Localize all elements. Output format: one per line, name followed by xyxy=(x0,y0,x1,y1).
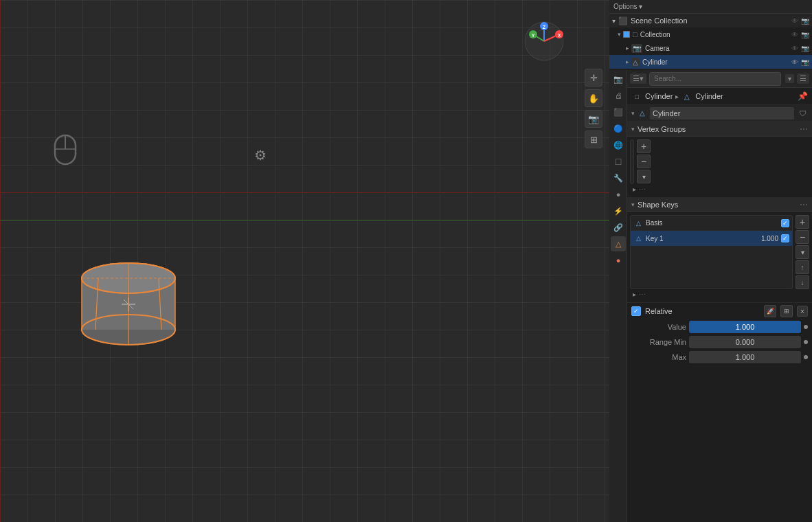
max-row: Max xyxy=(627,350,812,365)
camera-icon-collection[interactable]: 📷 xyxy=(801,17,809,25)
eye-icon-c[interactable]: 👁 xyxy=(791,31,798,38)
cyl-expand-arrow: ▸ xyxy=(626,58,629,65)
sk-up-btn[interactable]: ↑ xyxy=(796,260,809,274)
outliner-collection-row[interactable]: ▾ □ Collection 👁 📷 xyxy=(609,27,812,41)
relative-checkbox[interactable]: ✓ xyxy=(631,306,641,316)
filter-type-btn[interactable]: ☰▾ xyxy=(630,73,646,84)
props-search-input[interactable] xyxy=(649,72,781,86)
tab-particles[interactable]: ● xyxy=(611,187,626,202)
max-input[interactable] xyxy=(689,351,801,363)
collection-checkbox[interactable] xyxy=(623,31,630,38)
sk-key1-row[interactable]: △ Key 1 1.000 ✓ xyxy=(631,231,792,246)
tab-modifier[interactable]: 🔧 xyxy=(611,170,626,185)
sk-remove-btn[interactable]: − xyxy=(796,230,809,244)
quad-view-btn[interactable]: ⊞ xyxy=(585,130,602,148)
list-view-btn[interactable]: ☰ xyxy=(797,73,809,84)
data-protect-icon[interactable]: 🛡 xyxy=(797,108,808,119)
sk-key1-value: 1.000 xyxy=(761,235,778,242)
range-min-dot[interactable] xyxy=(804,340,808,344)
collection-expand-arrow: ▾ xyxy=(618,31,621,38)
camera-icon-c[interactable]: 📷 xyxy=(801,31,809,38)
sk-down-btn[interactable]: ↓ xyxy=(796,275,809,289)
camera-expand-arrow: ▸ xyxy=(626,45,629,52)
tab-world[interactable]: 🌐 xyxy=(611,137,626,152)
gear-icon: ⚙ xyxy=(254,147,267,163)
camera-name: Camera xyxy=(645,45,791,52)
tab-render[interactable]: 📷 xyxy=(611,71,626,87)
outliner-cylinder-row[interactable]: ▸ △ Cylinder 👁 📷 xyxy=(609,55,812,69)
cylinder-name: Cylinder xyxy=(642,58,791,66)
collection-collapse-icon: ▾ xyxy=(612,17,616,25)
value-dot[interactable] xyxy=(804,325,808,329)
tab-output[interactable]: 🖨 xyxy=(611,88,626,103)
value-input[interactable] xyxy=(689,321,801,333)
vg-dots: ⋯ xyxy=(639,185,807,193)
relative-row: ✓ Relative 🚀 ⊞ × xyxy=(627,302,812,319)
shape-keys-section-header[interactable]: ▾ Shape Keys ⋯ xyxy=(627,197,812,212)
mesh-type-icon: △ xyxy=(631,58,640,67)
sk-expand-btn[interactable]: ▾ xyxy=(796,245,809,259)
max-label: Max xyxy=(631,353,686,361)
tab-scene[interactable]: 🔵 xyxy=(611,121,626,136)
value-row: Value xyxy=(627,319,812,334)
camera-tool-btn[interactable]: 📷 xyxy=(585,110,602,128)
pin-icon[interactable]: 📌 xyxy=(798,91,808,101)
props-tabs: 📷 🖨 ⬛ 🔵 🌐 □ 🔧 ● ⚡ 🔗 △ ● xyxy=(609,70,627,522)
range-min-row: Range Min xyxy=(627,334,812,350)
sk-section-menu[interactable]: ⋯ xyxy=(800,200,808,209)
vg-section-title: Vertex Groups xyxy=(638,125,800,133)
range-min-input[interactable] xyxy=(689,336,801,348)
rel-x-btn[interactable]: × xyxy=(797,306,808,317)
vg-arrow[interactable]: ▸ xyxy=(633,185,636,193)
cursor-tool-btn[interactable]: ✛ xyxy=(585,69,602,87)
viewport-gizmo[interactable]: Z X Y xyxy=(523,21,565,62)
scene-collection-header[interactable]: ▾ ⬛ Scene Collection 👁 📷 xyxy=(609,14,812,27)
sk-basis-checkbox[interactable]: ✓ xyxy=(781,219,789,227)
sk-key1-checkbox[interactable]: ✓ xyxy=(781,234,789,242)
filter-arrow-btn[interactable]: ▾ xyxy=(785,74,794,83)
svg-text:X: X xyxy=(558,33,561,38)
vg-expand-btn[interactable]: ▾ xyxy=(637,170,651,183)
tab-object-data[interactable]: △ xyxy=(611,236,626,251)
camera-icon-cyl[interactable]: 📷 xyxy=(801,58,809,66)
sk-add-btn[interactable]: + xyxy=(796,215,809,229)
options-label: Options ▾ xyxy=(613,3,642,10)
tab-material[interactable]: ● xyxy=(611,253,626,268)
vg-add-btn[interactable]: + xyxy=(637,139,651,153)
main-container: ⚙ xyxy=(0,0,812,522)
tab-constraints[interactable]: 🔗 xyxy=(611,220,626,235)
eye-icon-cyl[interactable]: 👁 xyxy=(791,58,798,66)
collection-name: Collection xyxy=(640,31,791,38)
tab-physics[interactable]: ⚡ xyxy=(611,203,626,218)
axis-line-red-h xyxy=(0,192,609,193)
tab-view-layer[interactable]: ⬛ xyxy=(611,104,626,120)
mesh-name-input[interactable] xyxy=(650,107,794,120)
mesh-type-icon-bc: △ xyxy=(681,91,692,102)
vertex-groups-section-header[interactable]: ▾ Vertex Groups ⋯ xyxy=(627,122,812,137)
vg-section-menu[interactable]: ⋯ xyxy=(800,124,808,134)
sk-basis-row[interactable]: △ Basis ✓ xyxy=(631,216,792,231)
object-type-icon: □ xyxy=(631,91,642,102)
tab-object[interactable]: □ xyxy=(611,154,626,169)
axis-line-green xyxy=(0,220,609,220)
props-container: 📷 🖨 ⬛ 🔵 🌐 □ 🔧 ● ⚡ 🔗 △ ● xyxy=(609,70,812,522)
cylinder-object xyxy=(79,247,179,357)
svg-text:Y: Y xyxy=(532,33,535,38)
sk-arrow[interactable]: ▸ xyxy=(633,291,636,298)
sk-key1-check-icon: ✓ xyxy=(782,235,788,242)
vg-remove-btn[interactable]: − xyxy=(637,155,651,168)
right-panel: Options ▾ ▾ ⬛ Scene Collection 👁 📷 ▾ □ C… xyxy=(609,0,812,522)
eye-icon-cam[interactable]: 👁 xyxy=(791,45,798,52)
rel-icon-btn-1[interactable]: 🚀 xyxy=(764,305,776,317)
camera-icon-cam[interactable]: 📷 xyxy=(801,45,809,52)
rel-icon-btn-2[interactable]: ⊞ xyxy=(780,305,793,317)
range-min-label: Range Min xyxy=(631,338,686,346)
viewport-3d[interactable]: ⚙ xyxy=(0,0,609,522)
eye-icon-collection[interactable]: 👁 xyxy=(791,17,798,25)
move-tool-btn[interactable]: ✋ xyxy=(585,89,602,107)
sk-basis-check-icon: ✓ xyxy=(782,220,788,227)
vertex-groups-area: + − ▾ ▸ ⋯ xyxy=(627,137,812,197)
viewport-toolbar: ✛ ✋ 📷 ⊞ xyxy=(585,69,602,148)
max-dot[interactable] xyxy=(804,355,808,359)
outliner-camera-row[interactable]: ▸ 📷 Camera 👁 📷 xyxy=(609,41,812,55)
